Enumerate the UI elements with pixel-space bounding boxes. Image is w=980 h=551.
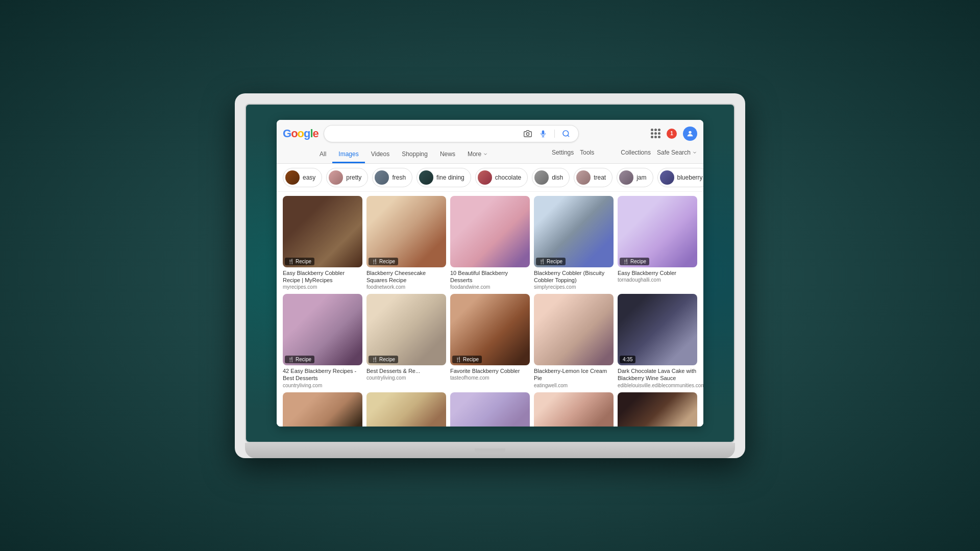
chip-pretty[interactable]: pretty (326, 168, 368, 187)
chip-fine-dining-img (419, 170, 433, 185)
header-right: 1 (651, 127, 697, 141)
chip-blueberry-label: blueberry (677, 174, 703, 181)
tab-shopping[interactable]: Shopping (396, 146, 434, 163)
image-row-3 (283, 392, 697, 427)
recipe-badge: 🍴Recipe (285, 356, 314, 363)
settings-link[interactable]: Settings (552, 149, 574, 156)
chip-jam-img (619, 170, 633, 185)
nav-right: Settings Tools Collections Safe Search (552, 149, 697, 160)
grid-dot (658, 129, 660, 131)
image-source: tornadoughalli.com (618, 277, 697, 283)
tab-all[interactable]: All (313, 146, 332, 163)
recipe-badge: 🍴Recipe (369, 258, 398, 265)
image-card-r3c2[interactable] (366, 392, 446, 427)
image-card-r3c4[interactable] (534, 392, 614, 427)
google-logo: Google (283, 127, 318, 140)
laptop-screen: Google blackberry dessert (245, 104, 735, 443)
chip-fine-dining[interactable]: fine dining (416, 168, 471, 187)
chip-treat-img (576, 170, 591, 185)
image-card-r1c2[interactable]: 🍴Recipe Blackberry Cheesecake Squares Re… (366, 196, 446, 290)
logo-o2: o (298, 127, 304, 140)
chip-jam[interactable]: jam (617, 168, 653, 187)
search-icons (523, 129, 571, 139)
notification-badge[interactable]: 1 (667, 129, 677, 139)
laptop: Google blackberry dessert (235, 93, 745, 458)
image-source: tasteofhome.com (450, 375, 530, 381)
chip-fresh[interactable]: fresh (372, 168, 412, 187)
image-title: Easy Blackberry Cobler (618, 269, 697, 277)
tools-link[interactable]: Tools (580, 149, 594, 156)
nav-tabs-row: All Images Videos Shopping News More Set… (283, 146, 697, 163)
image-card-r3c1[interactable] (283, 392, 362, 427)
recipe-badge: 🍴Recipe (285, 258, 314, 265)
apps-grid-button[interactable] (651, 129, 660, 138)
chip-dish-label: dish (552, 174, 563, 181)
recipe-badge: 🍴Recipe (620, 258, 649, 265)
tab-more[interactable]: More (461, 146, 494, 163)
image-source: foodnetwork.com (366, 284, 446, 290)
image-source: simplyrecipes.com (534, 284, 614, 290)
chip-fresh-img (375, 170, 389, 185)
image-source: myrecipes.com (283, 284, 362, 290)
image-card-r3c5[interactable] (618, 392, 697, 427)
chip-easy-img (285, 170, 300, 185)
nav-tabs: All Images Videos Shopping News More (283, 146, 545, 163)
chip-fine-dining-label: fine dining (436, 174, 464, 181)
svg-point-3 (563, 131, 569, 136)
tab-images[interactable]: Images (332, 146, 364, 163)
grid-dot (654, 136, 657, 138)
chip-chocolate[interactable]: chocolate (475, 168, 528, 187)
image-card-r2c2[interactable]: 🍴Recipe Best Desserts & Re... countryliv… (366, 294, 446, 388)
chip-pretty-label: pretty (346, 174, 361, 181)
image-card-r1c1[interactable]: 🍴Recipe Easy Blackberry Cobbler Recipe |… (283, 196, 362, 290)
grid-dot (654, 132, 657, 135)
svg-point-0 (526, 133, 529, 135)
chip-blueberry-img (660, 170, 674, 185)
image-card-r2c4[interactable]: Blackberry-Lemon Ice Cream Pie eatingwel… (534, 294, 614, 388)
more-chevron-icon (483, 152, 488, 157)
grid-dot (658, 136, 660, 138)
chip-easy-label: easy (303, 174, 315, 181)
search-button[interactable] (561, 129, 571, 139)
browser-chrome: Google blackberry dessert (277, 120, 703, 164)
chip-treat[interactable]: treat (574, 168, 612, 187)
camera-search-button[interactable] (523, 129, 533, 139)
recipe-badge: 🍴Recipe (369, 356, 398, 363)
image-card-r1c3[interactable]: 10 Beautiful Blackberry Desserts foodand… (450, 196, 530, 290)
chip-pretty-img (329, 170, 343, 185)
image-card-r2c5[interactable]: 4:35 Dark Chocolate Lava Cake with Black… (618, 294, 697, 388)
voice-search-button[interactable] (538, 129, 548, 139)
image-grid: 🍴Recipe Easy Blackberry Cobbler Recipe |… (277, 192, 703, 427)
image-title: Blackberry Cheesecake Squares Recipe (366, 269, 446, 284)
image-title: 10 Beautiful Blackberry Desserts (450, 269, 530, 284)
image-card-r3c3[interactable] (450, 392, 530, 427)
collections-link[interactable]: Collections (621, 149, 651, 156)
browser-bar: Google blackberry dessert (283, 125, 697, 142)
image-source: eatingwell.com (534, 383, 614, 388)
tab-news[interactable]: News (434, 146, 461, 163)
safe-search-link[interactable]: Safe Search (657, 149, 697, 156)
search-input[interactable]: blackberry dessert (331, 130, 519, 138)
image-title: Favorite Blackberry Cobbler (450, 367, 530, 374)
chip-dish[interactable]: dish (532, 168, 570, 187)
logo-e: e (313, 127, 318, 140)
tab-videos[interactable]: Videos (365, 146, 396, 163)
grid-dot (651, 129, 653, 131)
image-card-r2c1[interactable]: 🍴Recipe 42 Easy Blackberry Recipes - Bes… (283, 294, 362, 388)
logo-g: G (283, 127, 291, 140)
image-title: Dark Chocolate Lava Cake with Blackberry… (618, 367, 697, 382)
user-avatar[interactable] (683, 127, 697, 141)
image-card-r1c5[interactable]: 🍴Recipe Easy Blackberry Cobler tornadoug… (618, 196, 697, 290)
image-card-r2c3[interactable]: 🍴Recipe Favorite Blackberry Cobbler tast… (450, 294, 530, 388)
logo-o1: o (291, 127, 297, 140)
image-source: ediblelouisville.ediblecommunities.com (618, 383, 697, 388)
chip-easy[interactable]: easy (283, 168, 322, 187)
chip-fresh-label: fresh (392, 174, 406, 181)
laptop-notch (475, 448, 505, 453)
image-title: Blackberry-Lemon Ice Cream Pie (534, 367, 614, 382)
chip-jam-label: jam (636, 174, 646, 181)
logo-g2: g (304, 127, 310, 140)
grid-dot (651, 132, 653, 135)
chip-blueberry[interactable]: blueberry (657, 168, 703, 187)
image-card-r1c4[interactable]: 🍴Recipe Blackberry Cobbler (Biscuity Cob… (534, 196, 614, 290)
